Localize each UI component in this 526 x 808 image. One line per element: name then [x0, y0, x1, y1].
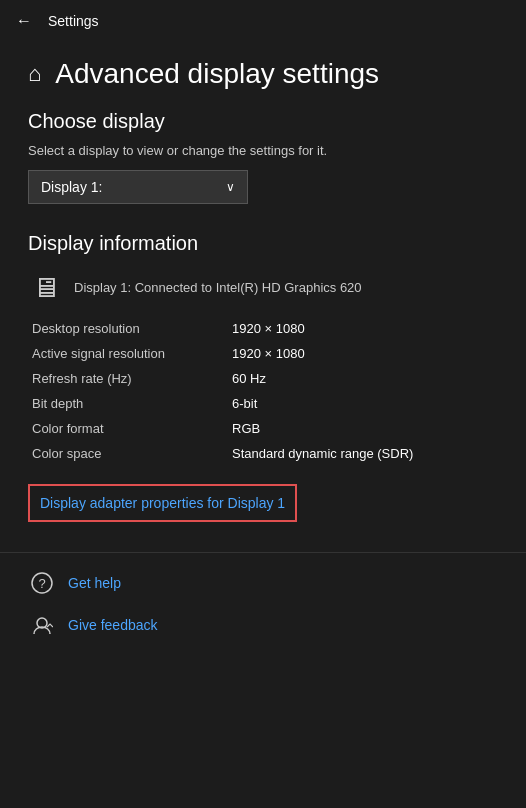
give-feedback-item[interactable]: Give feedback — [28, 611, 498, 639]
home-icon: ⌂ — [28, 61, 41, 87]
get-help-text: Get help — [68, 575, 121, 591]
row-value: 6-bit — [228, 391, 498, 416]
row-label: Color format — [28, 416, 228, 441]
dropdown-container: Display 1: ∨ — [28, 170, 498, 204]
chevron-down-icon: ∨ — [226, 180, 235, 194]
get-help-item[interactable]: ? Get help — [28, 569, 498, 597]
row-value: RGB — [228, 416, 498, 441]
adapter-link[interactable]: Display adapter properties for Display 1 — [40, 495, 285, 511]
adapter-link-container: Display adapter properties for Display 1 — [28, 484, 297, 522]
display-info-table: Desktop resolution1920 × 1080Active sign… — [28, 316, 498, 466]
page-header: ⌂ Advanced display settings — [0, 42, 526, 110]
choose-display-desc: Select a display to view or change the s… — [28, 143, 498, 158]
svg-text:?: ? — [38, 576, 45, 591]
choose-display-section: Choose display Select a display to view … — [28, 110, 498, 204]
display-connected-text: Display 1: Connected to Intel(R) HD Grap… — [74, 280, 362, 295]
display-icon-row: 🖥 Display 1: Connected to Intel(R) HD Gr… — [28, 271, 498, 304]
title-bar: ← Settings — [0, 0, 526, 42]
dropdown-value: Display 1: — [41, 179, 102, 195]
row-label: Color space — [28, 441, 228, 466]
choose-display-title: Choose display — [28, 110, 498, 133]
table-row: Desktop resolution1920 × 1080 — [28, 316, 498, 341]
table-row: Refresh rate (Hz)60 Hz — [28, 366, 498, 391]
page-title: Advanced display settings — [55, 58, 379, 90]
row-value: 1920 × 1080 — [228, 341, 498, 366]
monitor-icon: 🖥 — [32, 271, 60, 304]
give-feedback-icon — [28, 611, 56, 639]
back-button[interactable]: ← — [16, 12, 32, 30]
table-row: Active signal resolution1920 × 1080 — [28, 341, 498, 366]
get-help-icon: ? — [28, 569, 56, 597]
content-area: Choose display Select a display to view … — [0, 110, 526, 544]
title-bar-text: Settings — [48, 13, 99, 29]
table-row: Color formatRGB — [28, 416, 498, 441]
row-value: 60 Hz — [228, 366, 498, 391]
row-value: 1920 × 1080 — [228, 316, 498, 341]
footer-links: ? Get help Give feedback — [0, 569, 526, 639]
display-info-title: Display information — [28, 232, 498, 255]
row-label: Desktop resolution — [28, 316, 228, 341]
table-row: Color spaceStandard dynamic range (SDR) — [28, 441, 498, 466]
row-label: Active signal resolution — [28, 341, 228, 366]
display-info-section: Display information 🖥 Display 1: Connect… — [28, 232, 498, 544]
row-label: Bit depth — [28, 391, 228, 416]
row-value: Standard dynamic range (SDR) — [228, 441, 498, 466]
row-label: Refresh rate (Hz) — [28, 366, 228, 391]
give-feedback-text: Give feedback — [68, 617, 158, 633]
divider — [0, 552, 526, 553]
table-row: Bit depth6-bit — [28, 391, 498, 416]
display-dropdown[interactable]: Display 1: ∨ — [28, 170, 248, 204]
